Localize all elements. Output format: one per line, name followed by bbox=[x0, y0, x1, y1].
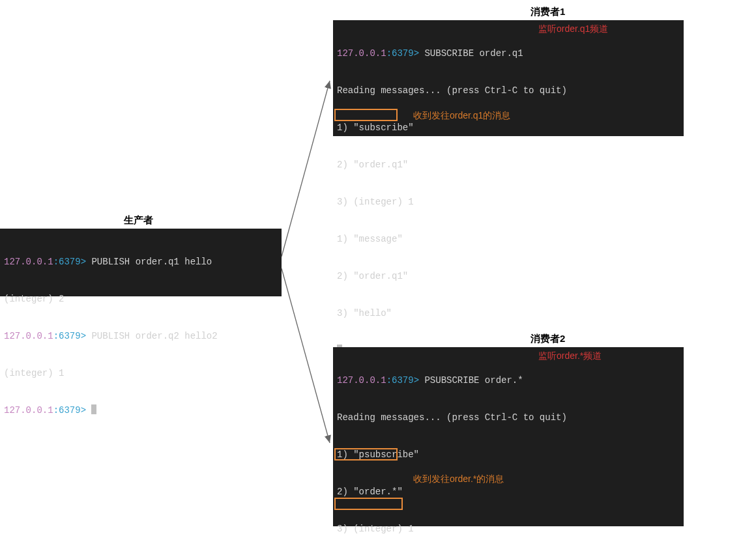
consumer2-cmd-annotation: 监听order.*频道 bbox=[538, 350, 602, 362]
terminal-line: 1) "psubscribe" bbox=[337, 449, 680, 461]
out-text: (integer) 1 bbox=[4, 368, 64, 378]
terminal-line: 127.0.0.1:6379> PUBLISH order.q2 hello2 bbox=[4, 330, 278, 343]
out-text: (integer) 2 bbox=[4, 294, 64, 304]
cmd-text: PUBLISH order.q2 hello2 bbox=[91, 331, 217, 341]
consumer1-msg-annotation: 收到发往order.q1的消息 bbox=[413, 110, 510, 122]
out-text: 2) "order.*" bbox=[337, 487, 403, 497]
out-text: 2) "order.q1" bbox=[337, 160, 408, 170]
terminal-line: Reading messages... (press Ctrl-C to qui… bbox=[337, 412, 680, 424]
prompt-port: :6379> bbox=[53, 331, 92, 341]
terminal-line: 2) "order.*" bbox=[337, 486, 680, 498]
consumer1-cmd-annotation: 监听order.q1频道 bbox=[538, 23, 608, 35]
producer-terminal: 127.0.0.1:6379> PUBLISH order.q1 hello (… bbox=[0, 229, 282, 296]
cmd-text: PSUBSCRIBE order.* bbox=[424, 375, 523, 386]
out-text: 2) "order.q1" bbox=[337, 271, 408, 281]
cmd-text: SUBSCRIBE order.q1 bbox=[424, 48, 523, 59]
prompt-ip: 127.0.0.1 bbox=[4, 257, 53, 267]
terminal-line: 127.0.0.1:6379> SUBSCRIBE order.q1 bbox=[337, 48, 680, 60]
terminal-line: 2) "order.q1" bbox=[337, 159, 680, 171]
terminal-line: 1) "subscribe" bbox=[337, 122, 680, 134]
prompt-ip: 127.0.0.1 bbox=[4, 331, 53, 341]
consumer2-terminal: 127.0.0.1:6379> PSUBSCRIBE order.* Readi… bbox=[333, 347, 684, 526]
producer-title: 生产者 bbox=[124, 214, 153, 227]
out-text: 1) "psubscribe" bbox=[337, 449, 419, 460]
terminal-line: Reading messages... (press Ctrl-C to qui… bbox=[337, 85, 680, 97]
terminal-line: (integer) 1 bbox=[4, 367, 278, 380]
terminal-line: 127.0.0.1:6379> PSUBSCRIBE order.* bbox=[337, 375, 680, 387]
terminal-line: 127.0.0.1:6379> bbox=[4, 404, 278, 417]
cmd-text: PUBLISH order.q1 hello bbox=[91, 257, 212, 267]
consumer2-title: 消费者2 bbox=[531, 333, 565, 345]
prompt-ip: 127.0.0.1 bbox=[4, 405, 53, 416]
terminal-line: 1) "message" bbox=[337, 233, 680, 246]
arrow-to-consumer1 bbox=[282, 81, 330, 257]
prompt-ip: 127.0.0.1 bbox=[337, 48, 386, 59]
arrow-to-consumer2 bbox=[282, 268, 330, 443]
terminal-line: 2) "order.q1" bbox=[337, 270, 680, 283]
prompt-port: :6379> bbox=[386, 48, 425, 59]
prompt-port: :6379> bbox=[386, 375, 425, 386]
out-text: Reading messages... (press Ctrl-C to qui… bbox=[337, 85, 567, 96]
out-text: 3) (integer) 1 bbox=[337, 524, 414, 534]
consumer1-title: 消费者1 bbox=[531, 6, 565, 18]
out-text: 1) "message" bbox=[337, 234, 403, 244]
terminal-line: 127.0.0.1:6379> PUBLISH order.q1 hello bbox=[4, 256, 278, 268]
prompt-ip: 127.0.0.1 bbox=[337, 375, 386, 386]
terminal-line: (integer) 2 bbox=[4, 293, 278, 305]
out-text: 3) "hello" bbox=[337, 308, 392, 319]
terminal-line: 3) (integer) 1 bbox=[337, 196, 680, 208]
out-text: Reading messages... (press Ctrl-C to qui… bbox=[337, 412, 567, 423]
terminal-line: 3) "hello" bbox=[337, 307, 680, 320]
prompt-port: :6379> bbox=[53, 257, 92, 267]
out-text: 1) "subscribe" bbox=[337, 122, 414, 133]
prompt-port: :6379> bbox=[53, 405, 92, 416]
cursor-icon bbox=[91, 404, 96, 414]
consumer2-msg-annotation: 收到发往order.*的消息 bbox=[413, 474, 504, 485]
terminal-line: 3) (integer) 1 bbox=[337, 523, 680, 535]
out-text: 3) (integer) 1 bbox=[337, 197, 414, 207]
